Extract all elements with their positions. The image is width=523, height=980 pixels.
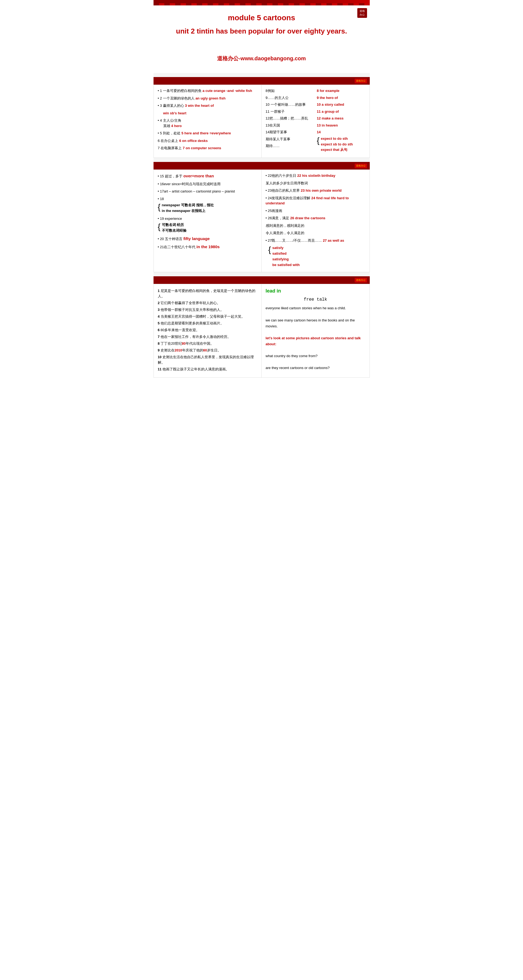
item-en: win sb's heart <box>163 111 186 115</box>
brace-27-container: { satisfy satisfied satisfying be satisf… <box>269 245 366 268</box>
right-en-9: 9 the hero of <box>317 95 366 100</box>
brace-item-2: in the newspaper 在报纸上 <box>162 208 214 214</box>
sentence-num: 3 <box>158 308 161 312</box>
brace-item-2: satisfied <box>272 251 300 256</box>
vocab2-15: • 15 超过，多于 over=more than <box>158 173 257 179</box>
right-en-8: 8 for example <box>317 88 366 94</box>
bullet: • <box>158 197 160 201</box>
right-item-12: 12把……搞糟；把……弄乱 <box>266 116 314 121</box>
vocab2-19: • 19 experience { 可数名词 经历 不可数名词经验 <box>158 216 257 234</box>
vocab-item-1: • 1 一条可爱的橙白相间的鱼 a cute orange -and -whit… <box>158 88 257 94</box>
bullet: • <box>158 216 160 221</box>
sentence-num: 2 <box>158 301 161 305</box>
free-talk-line3: let's look at some pictures about cartoo… <box>266 335 366 347</box>
item-zh: 18 <box>160 197 164 201</box>
bullet: • <box>266 173 268 178</box>
vocab2-22: • 22他的六十岁生日 22 his sixtieth birthday <box>266 173 366 178</box>
brace-item-1: 可数名词 经历 <box>162 222 186 228</box>
vocab2-26: • 26满意，满足 26 draw the cartoons <box>266 215 366 221</box>
vocab2-18: • 18 { newspaper 可数名词 报纸，报社 in the newsp… <box>158 196 257 214</box>
sentence-9: 9 史努比在2010年庆祝了他的60岁生日。 <box>158 348 257 353</box>
brace-item-3: expect that 从句 <box>321 147 353 153</box>
item-en: 12 make a mess <box>317 116 343 120</box>
header-section: 道格办公 module 5 cartoons unit 2 tintin has… <box>154 5 370 73</box>
vocab2-26b: 感到满意的，感到满足的 <box>266 223 366 228</box>
bullet: • <box>158 189 160 193</box>
sentence-text2: 年庆祝了他的 <box>182 348 203 352</box>
item-num: 1 <box>160 89 163 93</box>
bullet: • <box>266 196 268 200</box>
sentence-8: 8 丁丁在20世纪80年代出现在中国。 <box>158 341 257 346</box>
sentence-num: 7 <box>158 335 161 339</box>
item-en: 4 hero <box>171 124 182 128</box>
sentence-11: 11 他画了既让孩子又让年长的人满意的漫画。 <box>158 367 257 372</box>
item-zh: 11 一群猴子 <box>266 110 285 113</box>
section3-grid: 1 尼莫是一条可爱的橙白相间的鱼，史瑞克是一个丑陋的绿色的人。 2 它们两个都赢… <box>154 284 370 378</box>
vocab2-23: • 23他自己的私人世界 23 his own private world <box>266 188 366 193</box>
right-en-12: 12 make a mess <box>317 116 366 121</box>
vocab-item-2: • 2 一个丑陋的绿色的人 an ugly green fish <box>158 96 257 101</box>
item-zh: 7 在电脑屏幕上 <box>158 146 182 150</box>
brace-item-4: be satisfied with <box>272 262 300 268</box>
item-en: 5 here and there =everywhere <box>181 131 231 135</box>
bullet: • <box>266 216 268 220</box>
item-zh: 17art – artist cartoon – cartoonist pian… <box>160 189 235 193</box>
brace-symbol: { <box>317 137 320 145</box>
section2-vocab-grid: • 15 超过，多于 over=more than • 16ever since… <box>154 170 370 272</box>
item-en: over=more than <box>183 173 214 178</box>
vocab2-21: • 21在二十世纪八十年代 in the 1980s <box>158 244 257 250</box>
section3-left-col: 1 尼莫是一条可爱的橙白相间的鱼，史瑞克是一个丑陋的绿色的人。 2 它们两个都赢… <box>154 284 262 377</box>
sentence-em2: 60 <box>203 348 207 352</box>
bullet: • <box>158 131 160 135</box>
brace-items: 可数名词 经历 不可数名词经验 <box>162 222 186 234</box>
right-item-9: 9……的主人公 <box>266 95 314 100</box>
free-talk-line1: everyone liked cartoon stories when he w… <box>266 305 366 311</box>
sentence-text: 丁丁在20世纪 <box>161 342 182 345</box>
sentence-num: 6 <box>158 328 161 332</box>
item-zh: 14期望干某事 <box>266 130 287 134</box>
sentence-1: 1 尼莫是一条可爱的橙白相间的鱼，史瑞克是一个丑陋的绿色的人。 <box>158 288 257 299</box>
lead-in-title: lead in <box>266 288 366 294</box>
item-en: 8 for example <box>317 89 340 93</box>
item-en: 7 on computer screens <box>183 146 221 150</box>
vocab-item-4: • 4 主人公/主角 英雄 4 hero <box>158 118 257 129</box>
right-en-10: 10 a story called <box>317 102 366 107</box>
section1-left-col: • 1 一条可爱的橙白相间的鱼 a cute orange -and -whit… <box>154 85 262 158</box>
sentence-num: 1 <box>158 289 161 293</box>
bullet: • <box>158 89 160 93</box>
item-zh: 25画漫画 <box>268 209 282 213</box>
sentence-num: 9 <box>158 348 161 352</box>
right-en-14: 14 { expect to do sth expect sb to do st… <box>317 129 366 153</box>
item-en: 14 <box>317 130 321 134</box>
item-zh: 3 赢得某人的心 <box>160 103 184 108</box>
right-item-14b: 期待某人干某事 <box>266 137 314 142</box>
right-zh-col: 8例如 9……的主人公 10 一个被叫做……的故事 11 一群猴子 12把……搞… <box>266 88 314 154</box>
sentence-text: 他画了既让孩子又让年长的人满意的漫画。 <box>162 368 229 371</box>
right-item-10: 10 一个被叫做……的故事 <box>266 102 314 107</box>
brace-symbol: { <box>269 246 271 254</box>
bullet: • <box>158 118 160 123</box>
item-en: 23 his own private world <box>301 188 342 192</box>
bullet: • <box>266 209 268 213</box>
sentence-text: 他在一家报社工作，有许多令人激动的经历。 <box>161 335 231 339</box>
sentence-7: 7 他在一家报社工作，有许多令人激动的经历。 <box>158 334 257 340</box>
item-en: 10 a story called <box>317 102 344 107</box>
bullet: • <box>158 96 160 100</box>
sentence-text2: 年代出现在中国。 <box>186 342 214 345</box>
spacer2 <box>154 158 370 162</box>
free-talk-line4: what country do they come from? <box>266 353 366 359</box>
brace-18: { newspaper 可数名词 报纸，报社 in the newspaper … <box>158 202 257 214</box>
brace-item-1: satisfy <box>272 245 300 251</box>
item-zh: 20 五十种语言 <box>160 237 183 241</box>
spacer3 <box>154 272 370 276</box>
sentence-text: 80多年来他一直受欢迎。 <box>161 328 199 332</box>
vocab-item-7: 7 在电脑屏幕上 7 on computer screens <box>158 145 257 151</box>
brace-items: expect to do sth expect sb to do sth exp… <box>321 136 353 153</box>
brace-item-1: newspaper 可数名词 报纸，报社 <box>162 202 214 208</box>
item-zh: 21在二十世纪八十年代 <box>160 245 196 249</box>
unit-title: unit 2 tintin has been popular for over … <box>164 26 359 36</box>
spacer1 <box>154 73 370 77</box>
item-en: 9 the hero of <box>317 96 338 100</box>
vocab2-17: • 17art – artist cartoon – cartoonist pi… <box>158 189 257 194</box>
sentence-num: 5 <box>158 321 161 325</box>
